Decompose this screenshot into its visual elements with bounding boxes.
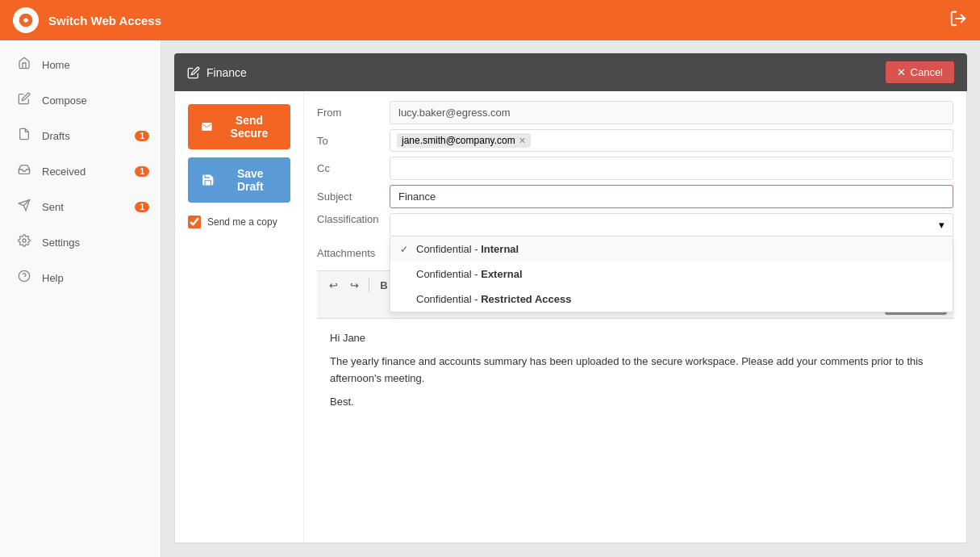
to-row: To jane.smith@company.com ✕ — [317, 129, 953, 152]
redo-button[interactable]: ↪ — [344, 276, 364, 295]
classification-select[interactable]: ▾ — [390, 213, 953, 237]
check-icon: ✓ — [400, 244, 411, 255]
subject-input[interactable] — [390, 185, 953, 208]
sidebar-label-settings: Settings — [42, 237, 80, 249]
classification-dropdown: ✓ Confidential - Internal Confidential -… — [390, 237, 953, 312]
sidebar-item-sent[interactable]: Sent 1 — [0, 189, 161, 224]
sidebar-item-compose[interactable]: Compose — [0, 82, 161, 118]
classification-row: Classification ▾ ✓ Confidential - Intern… — [317, 213, 953, 237]
compose-header: Finance ✕ Cancel — [174, 53, 967, 91]
form-panel: From To jane.smith@company.com ✕ Cc — [304, 91, 966, 542]
sidebar-label-received: Received — [42, 165, 85, 178]
app-title: Switch Web Access — [48, 14, 161, 27]
envelope-icon — [201, 119, 213, 134]
sidebar-item-received[interactable]: Received 1 — [0, 153, 161, 189]
sidebar-item-settings[interactable]: Settings — [0, 224, 161, 260]
topbar-left: Switch Web Access — [13, 7, 161, 33]
topbar: Switch Web Access — [0, 0, 980, 40]
cc-label: Cc — [317, 162, 390, 174]
classification-option-internal[interactable]: ✓ Confidential - Internal — [390, 237, 953, 262]
editor-body[interactable]: Hi Jane The yearly finance and accounts … — [317, 319, 953, 448]
sidebar-item-drafts[interactable]: Drafts 1 — [0, 118, 161, 153]
editor-line-3: Best. — [330, 394, 940, 411]
settings-icon — [16, 234, 32, 250]
from-label: From — [317, 107, 390, 119]
classification-option-external[interactable]: Confidential - External — [390, 262, 953, 287]
sidebar-label-help: Help — [42, 272, 64, 284]
sidebar-label-drafts: Drafts — [42, 130, 70, 142]
from-row: From — [317, 101, 953, 124]
to-field[interactable]: jane.smith@company.com ✕ — [390, 129, 953, 152]
home-icon — [16, 57, 32, 73]
received-badge: 1 — [135, 166, 149, 177]
subject-row: Subject — [317, 185, 953, 208]
svg-point-1 — [24, 19, 28, 23]
sidebar-label-compose: Compose — [42, 94, 87, 107]
save-draft-label: Save Draft — [223, 167, 277, 193]
toolbar-sep-1 — [369, 278, 369, 292]
compose-icon — [16, 92, 32, 108]
cc-row: Cc — [317, 157, 953, 180]
help-icon — [16, 270, 32, 286]
email-tag-remove[interactable]: ✕ — [519, 136, 526, 146]
chevron-down-icon: ▾ — [939, 219, 945, 231]
classification-container: ▾ ✓ Confidential - Internal Confidential… — [390, 213, 953, 237]
subject-label: Subject — [317, 191, 390, 203]
exit-icon[interactable] — [949, 10, 967, 31]
save-icon — [201, 173, 215, 187]
sidebar-label-sent: Sent — [42, 201, 64, 213]
compose-title: Finance — [206, 66, 247, 79]
drafts-badge: 1 — [135, 131, 149, 141]
main-area: Finance ✕ Cancel Send Secure — [161, 40, 980, 557]
compose-body: Send Secure Save Draft Send me a copy — [174, 91, 967, 543]
send-copy-row: Send me a copy — [188, 216, 290, 228]
send-copy-label: Send me a copy — [207, 216, 277, 228]
save-draft-button[interactable]: Save Draft — [188, 157, 290, 203]
from-input[interactable] — [390, 101, 953, 124]
action-panel: Send Secure Save Draft Send me a copy — [175, 91, 304, 542]
svg-point-5 — [23, 239, 26, 242]
attachments-label: Attachments — [317, 247, 390, 259]
email-tag-value: jane.smith@company.com — [402, 135, 515, 146]
sent-icon — [16, 199, 32, 215]
send-secure-button[interactable]: Send Secure — [188, 104, 290, 149]
compose-title-area: Finance — [187, 66, 247, 79]
cc-input[interactable] — [390, 157, 953, 180]
sidebar-item-home[interactable]: Home — [0, 47, 161, 82]
editor-line-1: Hi Jane — [330, 330, 940, 347]
sidebar-label-home: Home — [42, 59, 70, 71]
cancel-x-icon: ✕ — [897, 66, 906, 78]
edit-icon — [187, 66, 200, 79]
received-icon — [16, 163, 32, 179]
drafts-icon — [16, 128, 32, 144]
classification-option-restricted[interactable]: Confidential - Restricted Access — [390, 287, 953, 312]
undo-button[interactable]: ↩ — [323, 276, 343, 295]
send-secure-label: Send Secure — [221, 114, 277, 140]
app-logo — [13, 7, 39, 33]
email-tag: jane.smith@company.com ✕ — [397, 133, 531, 148]
classification-label: Classification — [317, 213, 390, 225]
sidebar: Home Compose Drafts 1 Received 1 — [0, 40, 161, 557]
send-copy-checkbox[interactable] — [188, 216, 201, 228]
cancel-button[interactable]: ✕ Cancel — [886, 61, 954, 83]
sidebar-item-help[interactable]: Help — [0, 260, 161, 295]
to-label: To — [317, 135, 390, 147]
sent-badge: 1 — [135, 202, 149, 212]
editor-line-2: The yearly finance and accounts summary … — [330, 354, 940, 387]
